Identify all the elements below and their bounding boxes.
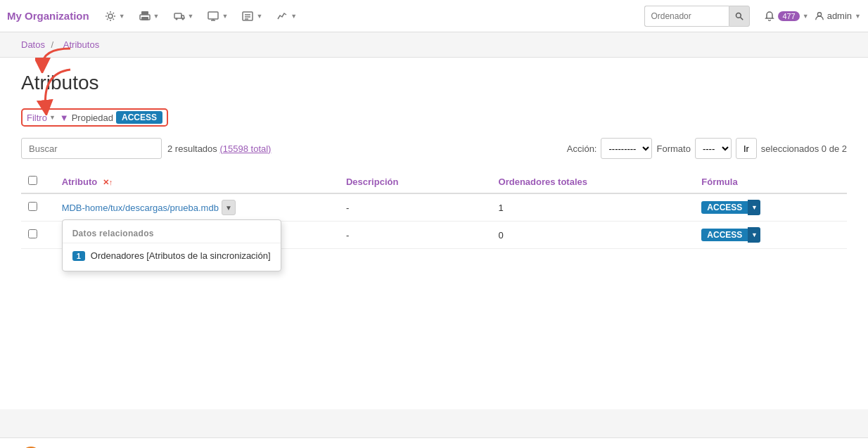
svg-line-10 [741, 17, 743, 20]
search-button[interactable] [729, 6, 750, 27]
bell-icon [764, 11, 775, 22]
search-icon [735, 12, 743, 20]
svg-point-11 [817, 12, 821, 15]
main-content: Atributos Filtro ▼ ▼ Propiedad ACCESS 2 … [0, 58, 868, 409]
td-checkbox-2 [21, 222, 55, 249]
svg-point-9 [736, 13, 741, 18]
svg-point-6 [181, 18, 184, 20]
formula-btn-1[interactable]: ACCESS [701, 201, 748, 214]
formato-select[interactable]: ---- [695, 138, 732, 159]
th-total[interactable]: Ordenadores totales [492, 170, 695, 193]
td-formula-2: ACCESS ▼ [694, 222, 847, 249]
filter-value-badge: ACCESS [116, 111, 162, 124]
results-info: 2 resultados (15598 total) [167, 143, 271, 154]
filter-bar: Filtro ▼ ▼ Propiedad ACCESS [21, 108, 847, 127]
accion-label: Acción: [567, 143, 597, 154]
th-atributo[interactable]: Atributo ✕↑ [55, 170, 339, 193]
data-table: Atributo ✕↑ Descripción Ordenadores tota… [21, 170, 847, 249]
formula-btn-2[interactable]: ACCESS [701, 229, 748, 241]
chart-caret: ▼ [291, 13, 297, 20]
accion-select[interactable]: --------- [601, 138, 652, 159]
monitor-icon [208, 11, 219, 22]
popup-item-label: Ordenadores [Atributos de la sincronizac… [91, 250, 271, 261]
th-descripcion[interactable]: Descripción [339, 170, 492, 193]
table-row: MDB-home/tux/descargas/prueba.mdb ▼ Dato… [21, 193, 847, 222]
notification-badge: 477 [778, 11, 799, 21]
settings-icon [105, 11, 116, 22]
sort-icon: ✕↑ [103, 178, 113, 186]
row-checkbox-2[interactable] [28, 229, 37, 238]
td-total-1: 1 [492, 193, 695, 222]
popup-header: Datos relacionados [63, 226, 281, 243]
formula-dropdown-arrow-1[interactable]: ▼ [748, 200, 760, 215]
formula-dropdown-arrow-2[interactable]: ▼ [748, 227, 760, 243]
print-icon [139, 11, 151, 22]
nav-right: 477 ▼ admin ▼ [764, 11, 861, 22]
th-formula[interactable]: Fórmula [694, 170, 847, 193]
footer: © 2010-2018 migasfree, under GPLv3, 🗄 🛡 … [0, 437, 868, 448]
svg-rect-7 [208, 12, 218, 19]
td-attr-1: MDB-home/tux/descargas/prueba.mdb ▼ Dato… [55, 193, 339, 222]
attr-cell-1: MDB-home/tux/descargas/prueba.mdb ▼ Dato… [62, 200, 332, 215]
navbar: My Organization ▼ ▼ ▼ ▼ ▼ ▼ 4 [0, 0, 868, 32]
results-count: 2 resultados [167, 143, 217, 154]
th-checkbox [21, 170, 55, 193]
td-formula-1: ACCESS ▼ [694, 193, 847, 222]
selected-info: seleccionados 0 de 2 [761, 143, 847, 154]
td-checkbox-1 [21, 193, 55, 222]
th-atributo-label: Atributo [62, 177, 98, 187]
formato-label: Formato [656, 143, 690, 154]
td-desc-1: - [339, 193, 492, 222]
table-search-input[interactable] [21, 138, 162, 159]
notifications-button[interactable]: 477 ▼ [764, 11, 808, 22]
popup-item-1[interactable]: 1 Ordenadores [Atributos de la sincroniz… [63, 246, 281, 265]
truck-caret: ▼ [188, 13, 194, 20]
th-total-label: Ordenadores totales [499, 177, 587, 187]
formula-dropdown-1: ACCESS ▼ [701, 200, 840, 215]
monitor-caret: ▼ [222, 13, 228, 20]
ir-button[interactable]: Ir [736, 138, 757, 159]
search-area [644, 6, 750, 27]
table-header-row: Atributo ✕↑ Descripción Ordenadores tota… [21, 170, 847, 193]
popup-item-badge: 1 [72, 251, 85, 261]
svg-rect-3 [141, 17, 148, 20]
attr-dropdown-btn-1[interactable]: ▼ [222, 200, 236, 215]
td-total-2: 0 [492, 222, 695, 249]
admin-label: admin [827, 11, 852, 21]
breadcrumb: Datos / Atributos [0, 32, 868, 58]
svg-rect-4 [174, 13, 181, 18]
chart-icon [276, 11, 288, 22]
bell-caret: ▼ [803, 13, 809, 20]
th-formula-label: Fórmula [701, 177, 737, 187]
search-input[interactable] [644, 6, 729, 27]
attr-link-1[interactable]: MDB-home/tux/descargas/prueba.mdb [62, 203, 219, 213]
actions-right: Acción: --------- Formato ---- Ir selecc… [567, 138, 847, 159]
nav-chart[interactable]: ▼ [271, 0, 302, 32]
settings-caret: ▼ [119, 13, 125, 20]
truck-icon [174, 11, 185, 22]
td-desc-2: - [339, 222, 492, 249]
nav-monitor[interactable]: ▼ [202, 0, 234, 32]
results-total-link[interactable]: (15598 total) [219, 143, 271, 154]
page-title: Atributos [21, 72, 847, 94]
user-icon [815, 11, 824, 21]
nav-print[interactable]: ▼ [134, 0, 165, 32]
list-icon [242, 11, 253, 22]
nav-settings[interactable]: ▼ [99, 0, 131, 32]
brand[interactable]: My Organization [7, 10, 89, 22]
select-all-checkbox[interactable] [28, 176, 37, 185]
th-descripcion-label: Descripción [346, 177, 398, 187]
attr-popup-1: Datos relacionados 1 Ordenadores [Atribu… [62, 219, 281, 271]
print-caret: ▼ [153, 13, 160, 20]
row-checkbox-1[interactable] [28, 202, 37, 211]
admin-caret: ▼ [855, 13, 861, 20]
nav-list[interactable]: ▼ [236, 0, 268, 32]
svg-point-0 [108, 14, 113, 18]
list-caret: ▼ [256, 13, 262, 20]
red-arrow-2 [35, 66, 84, 115]
search-actions-bar: 2 resultados (15598 total) Acción: -----… [21, 138, 847, 159]
svg-point-5 [175, 18, 177, 20]
nav-truck[interactable]: ▼ [168, 0, 200, 32]
formula-dropdown-2: ACCESS ▼ [701, 227, 840, 243]
admin-menu[interactable]: admin ▼ [815, 11, 861, 21]
